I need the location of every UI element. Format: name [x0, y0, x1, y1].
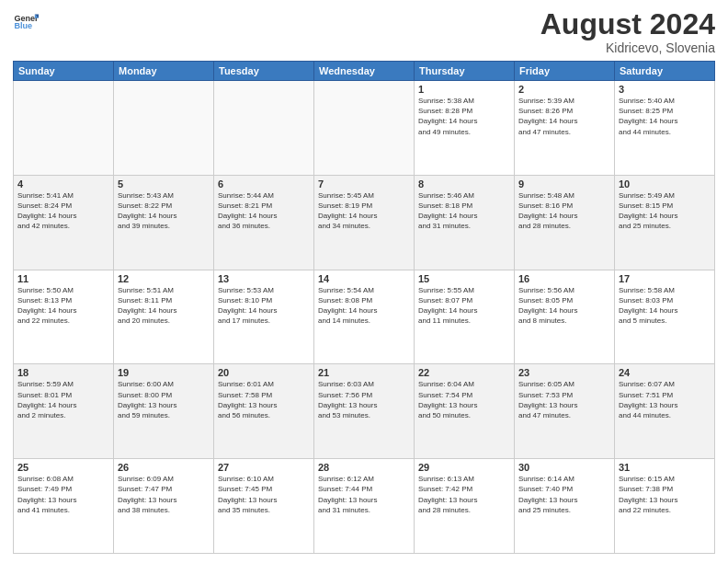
calendar-cell: [314, 81, 415, 176]
svg-text:Blue: Blue: [14, 21, 32, 30]
calendar-cell: 20Sunrise: 6:01 AM Sunset: 7:58 PM Dayli…: [214, 364, 314, 459]
day-header-monday: Monday: [114, 62, 214, 81]
location-title: Kidricevo, Slovenia: [540, 40, 715, 55]
day-number: 9: [518, 178, 610, 190]
week-row-0: 1Sunrise: 5:38 AM Sunset: 8:28 PM Daylig…: [14, 81, 715, 176]
day-number: 11: [17, 273, 109, 284]
calendar-cell: 29Sunrise: 6:13 AM Sunset: 7:42 PM Dayli…: [415, 459, 515, 554]
calendar-cell: 10Sunrise: 5:49 AM Sunset: 8:15 PM Dayli…: [615, 175, 715, 270]
calendar-cell: 14Sunrise: 5:54 AM Sunset: 8:08 PM Dayli…: [314, 270, 415, 364]
week-row-3: 18Sunrise: 5:59 AM Sunset: 8:01 PM Dayli…: [14, 364, 715, 459]
calendar-cell: 24Sunrise: 6:07 AM Sunset: 7:51 PM Dayli…: [615, 364, 715, 459]
day-info: Sunrise: 6:07 AM Sunset: 7:51 PM Dayligh…: [619, 379, 711, 420]
day-info: Sunrise: 5:54 AM Sunset: 8:08 PM Dayligh…: [318, 285, 410, 327]
day-info: Sunrise: 6:13 AM Sunset: 7:42 PM Dayligh…: [418, 474, 510, 515]
day-info: Sunrise: 5:56 AM Sunset: 8:05 PM Dayligh…: [518, 285, 610, 327]
day-info: Sunrise: 6:09 AM Sunset: 7:47 PM Dayligh…: [118, 474, 210, 515]
day-info: Sunrise: 5:50 AM Sunset: 8:13 PM Dayligh…: [17, 285, 109, 327]
day-info: Sunrise: 5:38 AM Sunset: 8:28 PM Dayligh…: [418, 96, 510, 137]
day-number: 22: [418, 367, 510, 378]
header: General Blue August 2024 Kidricevo, Slov…: [13, 9, 715, 55]
day-info: Sunrise: 5:41 AM Sunset: 8:24 PM Dayligh…: [17, 190, 109, 232]
calendar-cell: 13Sunrise: 5:53 AM Sunset: 8:10 PM Dayli…: [214, 270, 314, 364]
day-header-thursday: Thursday: [415, 62, 515, 81]
calendar-cell: 3Sunrise: 5:40 AM Sunset: 8:25 PM Daylig…: [615, 81, 715, 176]
calendar-cell: 19Sunrise: 6:00 AM Sunset: 8:00 PM Dayli…: [114, 364, 214, 459]
day-number: 24: [619, 367, 711, 378]
calendar-cell: 30Sunrise: 6:14 AM Sunset: 7:40 PM Dayli…: [515, 459, 615, 554]
calendar-cell: 16Sunrise: 5:56 AM Sunset: 8:05 PM Dayli…: [515, 270, 615, 364]
calendar-header-row: SundayMondayTuesdayWednesdayThursdayFrid…: [14, 62, 715, 81]
calendar-cell: 26Sunrise: 6:09 AM Sunset: 7:47 PM Dayli…: [114, 459, 214, 554]
calendar-cell: 5Sunrise: 5:43 AM Sunset: 8:22 PM Daylig…: [114, 175, 214, 270]
day-info: Sunrise: 5:51 AM Sunset: 8:11 PM Dayligh…: [118, 285, 210, 327]
day-info: Sunrise: 6:01 AM Sunset: 7:58 PM Dayligh…: [218, 379, 310, 420]
day-info: Sunrise: 5:53 AM Sunset: 8:10 PM Dayligh…: [218, 285, 310, 327]
day-info: Sunrise: 5:45 AM Sunset: 8:19 PM Dayligh…: [318, 190, 410, 232]
day-number: 27: [218, 462, 310, 473]
day-info: Sunrise: 5:43 AM Sunset: 8:22 PM Dayligh…: [118, 190, 210, 232]
day-number: 14: [318, 273, 410, 284]
week-row-4: 25Sunrise: 6:08 AM Sunset: 7:49 PM Dayli…: [14, 459, 715, 554]
day-info: Sunrise: 6:14 AM Sunset: 7:40 PM Dayligh…: [518, 474, 610, 515]
calendar-cell: 9Sunrise: 5:48 AM Sunset: 8:16 PM Daylig…: [515, 175, 615, 270]
calendar-cell: 4Sunrise: 5:41 AM Sunset: 8:24 PM Daylig…: [14, 175, 114, 270]
day-info: Sunrise: 6:00 AM Sunset: 8:00 PM Dayligh…: [118, 379, 210, 420]
day-number: 20: [218, 367, 310, 378]
day-number: 10: [619, 178, 711, 190]
calendar-cell: 31Sunrise: 6:15 AM Sunset: 7:38 PM Dayli…: [615, 459, 715, 554]
day-info: Sunrise: 5:59 AM Sunset: 8:01 PM Dayligh…: [17, 379, 109, 420]
day-header-tuesday: Tuesday: [214, 62, 314, 81]
day-info: Sunrise: 6:04 AM Sunset: 7:54 PM Dayligh…: [418, 379, 510, 420]
calendar-cell: 17Sunrise: 5:58 AM Sunset: 8:03 PM Dayli…: [615, 270, 715, 364]
day-info: Sunrise: 5:48 AM Sunset: 8:16 PM Dayligh…: [518, 190, 610, 232]
day-header-friday: Friday: [515, 62, 615, 81]
day-number: 3: [619, 84, 711, 95]
calendar-cell: 25Sunrise: 6:08 AM Sunset: 7:49 PM Dayli…: [14, 459, 114, 554]
day-number: 29: [418, 462, 510, 473]
calendar-cell: 2Sunrise: 5:39 AM Sunset: 8:26 PM Daylig…: [515, 81, 615, 176]
calendar-cell: [114, 81, 214, 176]
logo: General Blue: [13, 9, 39, 35]
day-number: 21: [318, 367, 410, 378]
calendar-cell: 7Sunrise: 5:45 AM Sunset: 8:19 PM Daylig…: [314, 175, 415, 270]
day-info: Sunrise: 6:12 AM Sunset: 7:44 PM Dayligh…: [318, 474, 410, 515]
calendar-cell: 1Sunrise: 5:38 AM Sunset: 8:28 PM Daylig…: [415, 81, 515, 176]
day-info: Sunrise: 6:05 AM Sunset: 7:53 PM Dayligh…: [518, 379, 610, 420]
day-number: 31: [619, 462, 711, 473]
day-info: Sunrise: 5:40 AM Sunset: 8:25 PM Dayligh…: [619, 96, 711, 137]
day-number: 6: [218, 178, 310, 190]
day-info: Sunrise: 6:03 AM Sunset: 7:56 PM Dayligh…: [318, 379, 410, 420]
day-number: 2: [518, 84, 610, 95]
day-number: 7: [318, 178, 410, 190]
calendar-cell: 11Sunrise: 5:50 AM Sunset: 8:13 PM Dayli…: [14, 270, 114, 364]
day-number: 28: [318, 462, 410, 473]
calendar-table: SundayMondayTuesdayWednesdayThursdayFrid…: [13, 61, 715, 554]
day-info: Sunrise: 5:55 AM Sunset: 8:07 PM Dayligh…: [418, 285, 510, 327]
calendar-cell: 22Sunrise: 6:04 AM Sunset: 7:54 PM Dayli…: [415, 364, 515, 459]
calendar-cell: 28Sunrise: 6:12 AM Sunset: 7:44 PM Dayli…: [314, 459, 415, 554]
day-info: Sunrise: 5:39 AM Sunset: 8:26 PM Dayligh…: [518, 96, 610, 137]
day-number: 26: [118, 462, 210, 473]
logo-icon: General Blue: [13, 9, 39, 35]
day-info: Sunrise: 6:08 AM Sunset: 7:49 PM Dayligh…: [17, 474, 109, 515]
calendar-cell: 27Sunrise: 6:10 AM Sunset: 7:45 PM Dayli…: [214, 459, 314, 554]
day-number: 17: [619, 273, 711, 284]
calendar-cell: 21Sunrise: 6:03 AM Sunset: 7:56 PM Dayli…: [314, 364, 415, 459]
calendar-cell: 18Sunrise: 5:59 AM Sunset: 8:01 PM Dayli…: [14, 364, 114, 459]
calendar-cell: [214, 81, 314, 176]
calendar-cell: 12Sunrise: 5:51 AM Sunset: 8:11 PM Dayli…: [114, 270, 214, 364]
day-number: 16: [518, 273, 610, 284]
day-info: Sunrise: 5:44 AM Sunset: 8:21 PM Dayligh…: [218, 190, 310, 232]
day-header-wednesday: Wednesday: [314, 62, 415, 81]
day-number: 19: [118, 367, 210, 378]
day-header-sunday: Sunday: [14, 62, 114, 81]
page: General Blue August 2024 Kidricevo, Slov…: [0, 0, 728, 563]
day-number: 12: [118, 273, 210, 284]
day-info: Sunrise: 6:15 AM Sunset: 7:38 PM Dayligh…: [619, 474, 711, 515]
calendar-cell: 23Sunrise: 6:05 AM Sunset: 7:53 PM Dayli…: [515, 364, 615, 459]
day-number: 23: [518, 367, 610, 378]
title-block: August 2024 Kidricevo, Slovenia: [540, 9, 715, 55]
day-info: Sunrise: 5:58 AM Sunset: 8:03 PM Dayligh…: [619, 285, 711, 327]
day-number: 25: [17, 462, 109, 473]
